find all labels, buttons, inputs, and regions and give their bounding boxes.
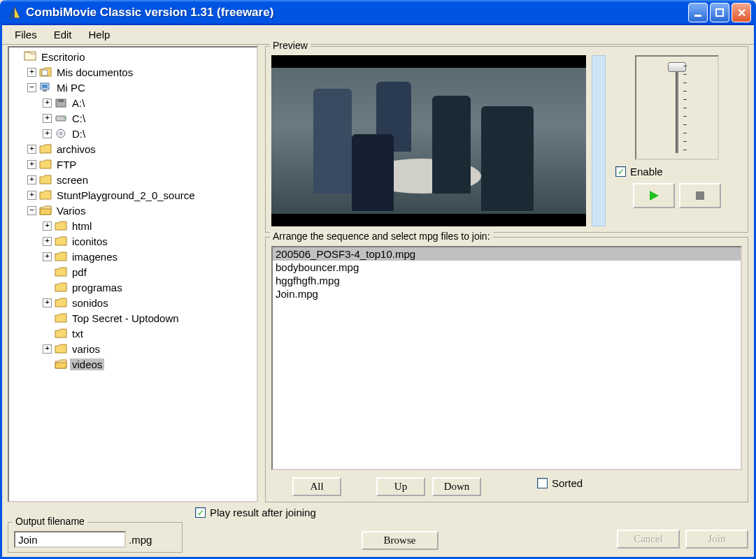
tree-node-c-drive[interactable]: +C:\ bbox=[43, 110, 255, 126]
folder-open-icon bbox=[39, 205, 52, 216]
window-controls: ✕ bbox=[688, 3, 751, 22]
maximize-button[interactable] bbox=[710, 3, 729, 22]
tree-node-screen[interactable]: +screen bbox=[27, 172, 255, 187]
svg-point-14 bbox=[60, 133, 62, 135]
file-list[interactable]: 200506_POSF3-4_top10.mpg bodybouncer.mpg… bbox=[271, 246, 742, 470]
output-filename-input[interactable]: Join bbox=[14, 531, 126, 548]
play-result-checkbox[interactable]: ✓ bbox=[195, 507, 206, 518]
minimize-button[interactable] bbox=[688, 3, 708, 22]
menu-help[interactable]: Help bbox=[80, 27, 119, 43]
close-button[interactable]: ✕ bbox=[732, 3, 751, 22]
output-ext: .mpg bbox=[129, 534, 152, 546]
play-result-label: Play result after joining bbox=[210, 507, 316, 518]
tree-node-pdf[interactable]: pdf bbox=[43, 264, 255, 280]
folder-icon bbox=[55, 343, 67, 354]
tree-node-imagenes[interactable]: +imagenes bbox=[43, 249, 255, 264]
svg-rect-16 bbox=[696, 191, 704, 200]
tree-node-desktop[interactable]: Escritorio bbox=[12, 49, 255, 64]
sorted-row[interactable]: Sorted bbox=[537, 477, 583, 489]
folder-icon bbox=[39, 143, 52, 154]
tree-node-sonidos[interactable]: +sonidos bbox=[43, 295, 255, 310]
file-item[interactable]: hggfhgfh.mpg bbox=[273, 274, 741, 287]
tree-node-a-drive[interactable]: +A:\ bbox=[43, 95, 255, 110]
cd-icon bbox=[55, 128, 67, 139]
menu-files[interactable]: Files bbox=[6, 27, 45, 43]
join-button[interactable]: Join bbox=[685, 530, 748, 549]
tree-node-iconitos[interactable]: +iconitos bbox=[43, 233, 255, 249]
folder-icon bbox=[55, 235, 67, 247]
file-item[interactable]: Join.mpg bbox=[273, 287, 741, 300]
preview-group: Preview bbox=[265, 46, 748, 233]
folder-icon bbox=[39, 159, 52, 170]
folder-icon bbox=[55, 282, 67, 293]
svg-rect-2 bbox=[694, 15, 701, 17]
tree-node-documents[interactable]: +Mis documentos bbox=[27, 64, 255, 80]
play-button[interactable] bbox=[633, 183, 675, 208]
browse-button[interactable]: Browse bbox=[362, 531, 438, 550]
cancel-button[interactable]: Cancel bbox=[617, 530, 680, 549]
svg-point-12 bbox=[64, 117, 65, 119]
all-button[interactable]: All bbox=[292, 477, 341, 496]
preview-scrollbar[interactable] bbox=[592, 55, 606, 226]
folder-icon bbox=[55, 297, 67, 308]
tree-node-mypc[interactable]: −Mi PC bbox=[27, 80, 255, 95]
svg-rect-10 bbox=[58, 99, 64, 102]
tree-node-txt[interactable]: txt bbox=[43, 326, 255, 341]
folder-icon bbox=[39, 189, 52, 201]
file-item[interactable]: 200506_POSF3-4_top10.mpg bbox=[273, 247, 741, 261]
folder-icon bbox=[39, 174, 52, 185]
preview-label: Preview bbox=[270, 40, 311, 51]
sorted-label: Sorted bbox=[552, 477, 583, 489]
tree-node-varios[interactable]: −Varios bbox=[27, 203, 255, 218]
sorted-checkbox[interactable] bbox=[537, 478, 548, 488]
svg-rect-3 bbox=[716, 9, 723, 16]
tree-node-ftp[interactable]: +FTP bbox=[27, 157, 255, 172]
svg-rect-7 bbox=[42, 85, 48, 88]
menu-edit[interactable]: Edit bbox=[45, 27, 80, 43]
seek-slider[interactable] bbox=[666, 62, 687, 153]
enable-checkbox[interactable]: ✓ bbox=[615, 166, 626, 177]
enable-preview-row[interactable]: ✓ Enable bbox=[615, 166, 663, 177]
tree-node-varios2[interactable]: +varios bbox=[43, 341, 255, 356]
desktop-icon bbox=[24, 51, 36, 62]
window-title: CombiMovie Classic version 1.31 (freewar… bbox=[26, 6, 688, 20]
stop-button[interactable] bbox=[679, 183, 721, 208]
app-window: CombiMovie Classic version 1.31 (freewar… bbox=[0, 0, 756, 559]
app-icon bbox=[8, 6, 22, 20]
tree-node-topsecret[interactable]: Top Secret - Uptodown bbox=[43, 310, 255, 326]
svg-rect-8 bbox=[43, 90, 47, 92]
preview-video[interactable] bbox=[271, 55, 586, 226]
tree-node-programas[interactable]: programas bbox=[43, 280, 255, 295]
floppy-icon bbox=[55, 97, 67, 108]
output-group: Output filename Join.mpg bbox=[8, 522, 183, 553]
tree-node-videos[interactable]: videos bbox=[43, 356, 255, 372]
svg-rect-5 bbox=[42, 70, 48, 75]
enable-label: Enable bbox=[630, 166, 663, 177]
svg-marker-15 bbox=[650, 191, 659, 201]
tree-node-archivos[interactable]: +archivos bbox=[27, 141, 255, 157]
output-label: Output filename bbox=[13, 516, 87, 527]
arrange-label: Arrange the sequence and select mpg file… bbox=[270, 231, 493, 242]
titlebar[interactable]: CombiMovie Classic version 1.31 (freewar… bbox=[2, 0, 754, 25]
folder-icon bbox=[55, 312, 67, 324]
play-result-row[interactable]: ✓ Play result after joining bbox=[195, 507, 316, 518]
seek-slider-box bbox=[635, 55, 719, 160]
computer-icon bbox=[39, 82, 52, 93]
up-button[interactable]: Up bbox=[376, 477, 425, 496]
folder-icon bbox=[55, 328, 67, 339]
hdd-icon bbox=[55, 112, 67, 124]
file-item[interactable]: bodybouncer.mpg bbox=[273, 261, 741, 274]
folder-icon bbox=[55, 220, 67, 231]
folder-icon bbox=[55, 266, 67, 277]
documents-icon bbox=[39, 66, 52, 78]
down-button[interactable]: Down bbox=[432, 477, 481, 496]
folder-tree[interactable]: Escritorio +Mis documentos −Mi PC +A:\ +… bbox=[8, 46, 258, 502]
menubar: Files Edit Help bbox=[2, 25, 754, 45]
folder-icon bbox=[55, 251, 67, 262]
slider-thumb[interactable] bbox=[668, 62, 686, 72]
folder-open-icon bbox=[55, 358, 67, 370]
arrange-group: Arrange the sequence and select mpg file… bbox=[265, 237, 748, 502]
tree-node-stunt[interactable]: +StuntPlayground_2_0_source bbox=[27, 187, 255, 203]
tree-node-html[interactable]: +html bbox=[43, 218, 255, 233]
tree-node-d-drive[interactable]: +D:\ bbox=[43, 126, 255, 141]
